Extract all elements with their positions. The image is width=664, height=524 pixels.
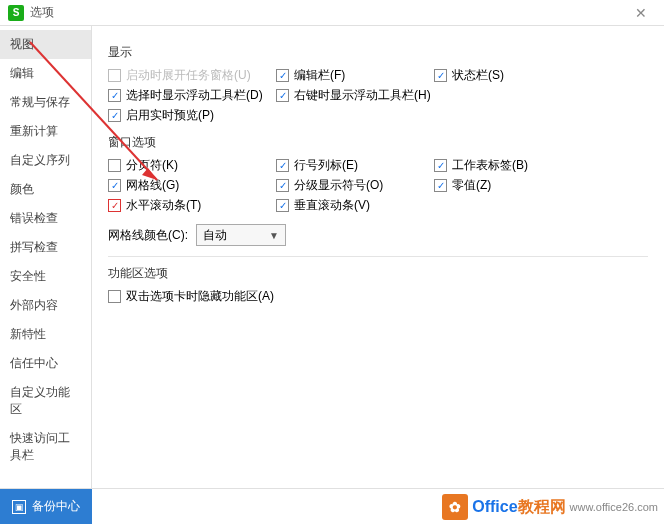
- select-grid-color-value: 自动: [203, 227, 227, 244]
- checkbox-sheet-tabs[interactable]: [434, 159, 447, 172]
- label-float-select: 选择时显示浮动工具栏(D): [126, 87, 263, 104]
- sidebar-item-custom-ribbon[interactable]: 自定义功能区: [0, 378, 91, 424]
- sidebar-item-spell-check[interactable]: 拼写检查: [0, 233, 91, 262]
- checkbox-status-bar[interactable]: [434, 69, 447, 82]
- label-status-bar: 状态栏(S): [452, 67, 504, 84]
- checkbox-v-scrollbar[interactable]: [276, 199, 289, 212]
- logo-brand: Office: [472, 498, 517, 516]
- section-window-title: 窗口选项: [108, 134, 648, 151]
- logo-icon: ✿: [442, 494, 468, 520]
- checkbox-dblclick-hide-ribbon[interactable]: [108, 290, 121, 303]
- sidebar-item-error-check[interactable]: 错误检查: [0, 204, 91, 233]
- section-display-title: 显示: [108, 44, 648, 61]
- sidebar-item-color[interactable]: 颜色: [0, 175, 91, 204]
- sidebar-item-view[interactable]: 视图: [0, 30, 91, 59]
- sidebar: 视图 编辑 常规与保存 重新计算 自定义序列 颜色 错误检查 拼写检查 安全性 …: [0, 26, 92, 488]
- sidebar-item-trust-center[interactable]: 信任中心: [0, 349, 91, 378]
- label-h-scrollbar: 水平滚动条(T): [126, 197, 201, 214]
- section-ribbon-title: 功能区选项: [108, 265, 648, 282]
- checkbox-zero-values[interactable]: [434, 179, 447, 192]
- checkbox-row-col-header[interactable]: [276, 159, 289, 172]
- titlebar: S 选项 ✕: [0, 0, 664, 26]
- divider: [108, 256, 648, 257]
- label-grid-color: 网格线颜色(C):: [108, 227, 188, 244]
- label-dblclick-hide-ribbon: 双击选项卡时隐藏功能区(A): [126, 288, 274, 305]
- select-grid-color[interactable]: 自动 ▼: [196, 224, 286, 246]
- label-float-rclick: 右键时显示浮动工具栏(H): [294, 87, 431, 104]
- sidebar-item-external[interactable]: 外部内容: [0, 291, 91, 320]
- sidebar-item-custom-seq[interactable]: 自定义序列: [0, 146, 91, 175]
- label-startup-taskpane: 启动时展开任务窗格(U): [126, 67, 251, 84]
- app-icon: S: [8, 5, 24, 21]
- logo-url: www.office26.com: [570, 501, 658, 513]
- checkbox-outline-symbols[interactable]: [276, 179, 289, 192]
- sidebar-item-quick-access[interactable]: 快速访问工具栏: [0, 424, 91, 470]
- checkbox-h-scrollbar[interactable]: [108, 199, 121, 212]
- sidebar-item-general[interactable]: 常规与保存: [0, 88, 91, 117]
- label-outline-symbols: 分级显示符号(O): [294, 177, 383, 194]
- checkbox-edit-bar[interactable]: [276, 69, 289, 82]
- label-zero-values: 零值(Z): [452, 177, 491, 194]
- close-icon[interactable]: ✕: [626, 5, 656, 21]
- label-sheet-tabs: 工作表标签(B): [452, 157, 528, 174]
- window-title: 选项: [30, 4, 54, 21]
- checkbox-float-rclick[interactable]: [276, 89, 289, 102]
- checkbox-page-break[interactable]: [108, 159, 121, 172]
- sidebar-item-new-feature[interactable]: 新特性: [0, 320, 91, 349]
- checkbox-gridlines[interactable]: [108, 179, 121, 192]
- label-gridlines: 网格线(G): [126, 177, 179, 194]
- main-panel: 显示 启动时展开任务窗格(U) 编辑栏(F) 状态栏(S) 选择时显示浮动工具栏…: [92, 26, 664, 488]
- checkbox-realtime-preview[interactable]: [108, 109, 121, 122]
- logo-suffix: 教程网: [518, 497, 566, 518]
- backup-icon: ▣: [12, 500, 26, 514]
- label-page-break: 分页符(K): [126, 157, 178, 174]
- label-v-scrollbar: 垂直滚动条(V): [294, 197, 370, 214]
- checkbox-startup-taskpane[interactable]: [108, 69, 121, 82]
- chevron-down-icon: ▼: [269, 230, 279, 241]
- label-realtime-preview: 启用实时预览(P): [126, 107, 214, 124]
- sidebar-item-security[interactable]: 安全性: [0, 262, 91, 291]
- label-row-col-header: 行号列标(E): [294, 157, 358, 174]
- backup-center-button[interactable]: ▣ 备份中心: [0, 489, 92, 525]
- watermark-logo: ✿ Office教程网 www.office26.com: [442, 494, 658, 520]
- sidebar-item-recalc[interactable]: 重新计算: [0, 117, 91, 146]
- checkbox-float-select[interactable]: [108, 89, 121, 102]
- label-edit-bar: 编辑栏(F): [294, 67, 345, 84]
- backup-label: 备份中心: [32, 498, 80, 515]
- sidebar-item-edit[interactable]: 编辑: [0, 59, 91, 88]
